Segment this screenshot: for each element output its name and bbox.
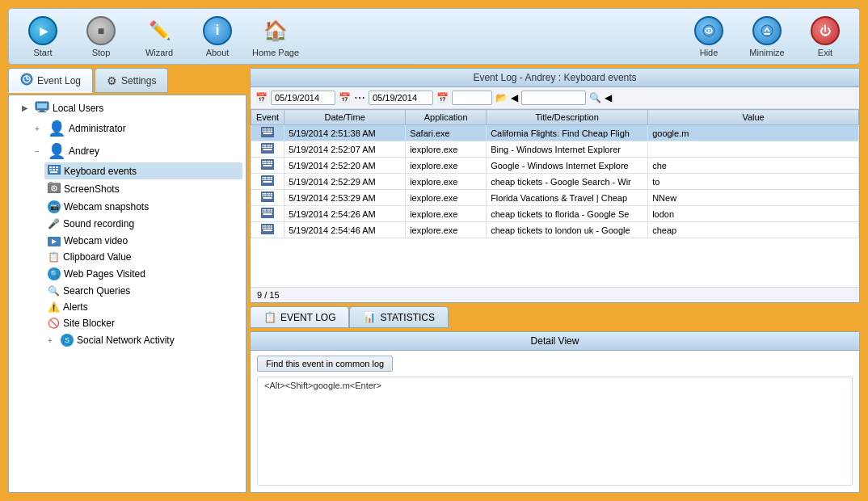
svg-rect-87	[264, 209, 266, 211]
svg-rect-20	[50, 171, 57, 173]
webcam-video-item[interactable]: ▶ Webcam video	[44, 232, 242, 249]
start-label: Start	[33, 48, 52, 57]
row-datetime: 5/19/2014 2:51:38 AM	[284, 125, 406, 141]
screenshots-item[interactable]: ScreenShots	[44, 179, 242, 198]
row-datetime: 5/19/2014 2:54:46 AM	[284, 222, 406, 238]
svg-rect-24	[49, 182, 53, 184]
keyboard-events-item[interactable]: Keyboard events	[44, 162, 242, 179]
svg-rect-99	[264, 225, 266, 227]
find-event-button[interactable]: Find this event in common log	[257, 356, 393, 372]
sound-recording-label: Sound recording	[63, 218, 134, 229]
sound-recording-item[interactable]: 🎤 Sound recording	[44, 216, 242, 232]
wizard-button[interactable]: ✏️ Wizard	[132, 12, 187, 61]
search-text-input[interactable]	[521, 91, 586, 105]
wizard-label: Wizard	[145, 48, 173, 57]
about-button[interactable]: i About	[190, 12, 245, 61]
table-row[interactable]: 5/19/2014 2:54:26 AM iexplore.exe cheap …	[251, 206, 859, 222]
search-queries-icon: 🔍	[48, 285, 60, 297]
about-label: About	[206, 48, 230, 57]
keyboard-events-label: Keyboard events	[64, 166, 137, 177]
andrey-item[interactable]: − 👤 Andrey	[32, 140, 242, 162]
svg-rect-96	[263, 213, 272, 215]
wizard-icon: ✏️	[145, 16, 174, 45]
bottom-tab-statistics[interactable]: 📊 STATISTICS	[349, 306, 449, 328]
calendar-from-icon[interactable]: 📅	[339, 92, 351, 103]
minimize-button[interactable]: Minimize	[739, 12, 794, 61]
local-users-label: Local Users	[53, 103, 103, 114]
table-row[interactable]: 5/19/2014 2:52:20 AM iexplore.exe Google…	[251, 158, 859, 174]
row-application: iexplore.exe	[406, 222, 487, 238]
local-users-item[interactable]: ▶ Local Users	[19, 99, 242, 117]
svg-rect-49	[261, 159, 274, 170]
hide-icon	[694, 16, 723, 45]
webcam-snapshots-icon: 📷	[48, 200, 61, 213]
table-row[interactable]: 5/19/2014 2:52:07 AM iexplore.exe Bing -…	[251, 141, 859, 158]
svg-rect-85	[261, 208, 274, 218]
exit-button[interactable]: ⏻ Exit	[798, 12, 853, 61]
detail-panel: Detail View Find this event in common lo…	[250, 331, 860, 493]
svg-rect-80	[264, 196, 266, 197]
svg-rect-66	[271, 177, 273, 179]
settings-tab-icon: ⚙	[107, 74, 117, 87]
home-icon: 🏠	[261, 16, 290, 45]
col-application: Application	[406, 110, 487, 125]
tab-settings[interactable]: ⚙ Settings	[95, 68, 168, 93]
svg-rect-58	[268, 163, 270, 165]
alerts-item[interactable]: ⚠️ Alerts	[44, 299, 242, 315]
web-pages-visited-item[interactable]: 🔍 Web Pages Visited	[44, 265, 242, 283]
search-icon[interactable]: 🔍	[589, 92, 601, 103]
svg-rect-81	[267, 196, 268, 197]
webcam-snapshots-label: Webcam snapshots	[64, 201, 149, 213]
svg-rect-100	[267, 225, 268, 227]
site-blocker-item[interactable]: 🚫 Site Blocker	[44, 315, 242, 331]
bottom-tabs: 📋 EVENT LOG 📊 STATISTICS	[250, 306, 860, 328]
start-icon	[28, 16, 57, 45]
app-filter-icon[interactable]: 📂	[495, 92, 508, 103]
svg-rect-106	[268, 228, 270, 229]
row-application: Safari.exe	[406, 125, 487, 141]
svg-rect-82	[268, 196, 270, 197]
detail-title: Detail View	[251, 332, 859, 351]
col-event: Event	[251, 110, 284, 125]
clipboard-value-item[interactable]: 📋 Clipboard Value	[44, 249, 242, 265]
hide-button[interactable]: Hide	[681, 12, 736, 61]
table-row[interactable]: 5/19/2014 2:52:29 AM iexplore.exe cheap …	[251, 174, 859, 190]
administrator-item[interactable]: + 👤 Administrator	[32, 117, 242, 140]
svg-rect-103	[263, 228, 264, 229]
svg-rect-32	[264, 131, 266, 133]
svg-rect-68	[264, 179, 266, 181]
table-row[interactable]: 5/19/2014 2:53:29 AM iexplore.exe Florid…	[251, 190, 859, 206]
search-queries-item[interactable]: 🔍 Search Queries	[44, 283, 242, 299]
date-from-input[interactable]	[271, 91, 335, 105]
stop-button[interactable]: Stop	[74, 12, 129, 61]
app-filter-input[interactable]	[452, 91, 492, 105]
date-to-input[interactable]	[369, 91, 433, 105]
bottom-tab-event-log[interactable]: 📋 EVENT LOG	[250, 306, 349, 328]
webcam-snapshots-item[interactable]: 📷 Webcam snapshots	[44, 198, 242, 216]
table-row[interactable]: 5/19/2014 2:54:46 AM iexplore.exe cheap …	[251, 222, 859, 238]
webcam-video-icon: ▶	[48, 234, 61, 246]
calendar-to-icon[interactable]: 📅	[436, 92, 449, 103]
start-button[interactable]: Start	[15, 12, 70, 61]
svg-rect-98	[263, 225, 264, 227]
tab-event-log[interactable]: Event Log	[8, 68, 93, 93]
app-clear-icon[interactable]: ◀	[511, 92, 518, 103]
homepage-button[interactable]: 🏠 Home Page	[248, 12, 303, 61]
col-title: Title/Description	[487, 110, 648, 125]
svg-rect-19	[56, 169, 58, 171]
hide-label: Hide	[700, 48, 718, 57]
row-datetime: 5/19/2014 2:54:26 AM	[284, 206, 406, 222]
svg-rect-10	[37, 103, 47, 108]
clipboard-value-icon: 📋	[48, 251, 60, 263]
svg-rect-59	[271, 163, 273, 165]
social-network-item[interactable]: + S Social Network Activity	[44, 331, 242, 349]
svg-rect-35	[271, 131, 273, 133]
detail-content: <Alt><Shift>google.m<Enter>	[257, 377, 853, 486]
table-row[interactable]: 5/19/2014 2:51:38 AM Safari.exe Californ…	[251, 125, 859, 141]
site-blocker-label: Site Blocker	[63, 318, 115, 329]
exit-icon: ⏻	[811, 16, 840, 45]
screenshots-icon	[48, 182, 61, 196]
alerts-label: Alerts	[63, 301, 88, 313]
svg-rect-83	[271, 196, 273, 197]
search-clear-icon[interactable]: ◀	[605, 92, 612, 103]
